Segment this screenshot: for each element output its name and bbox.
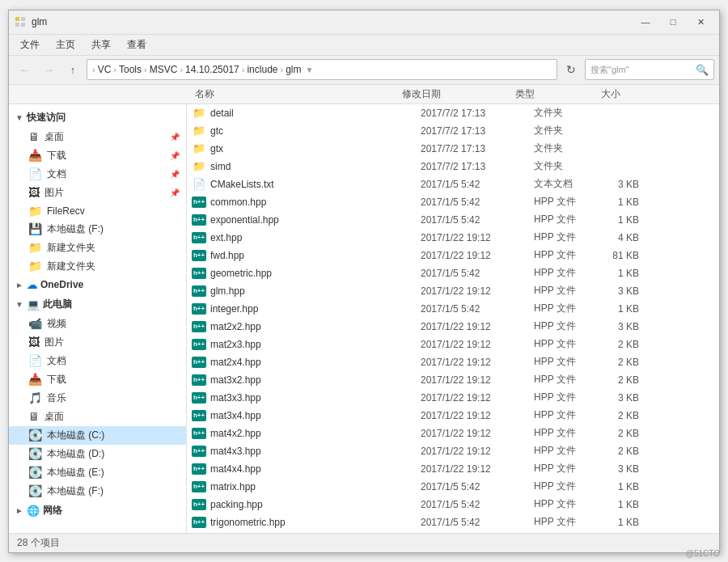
sidebar-pc-item-1[interactable]: 🖼 图片 xyxy=(9,333,186,352)
this-pc-expand-icon: ▼ xyxy=(15,300,23,309)
file-name: mat2x4.hpp xyxy=(210,357,421,368)
file-name: glm.hpp xyxy=(210,285,421,297)
sidebar-quick-item-5[interactable]: 💾 本地磁盘 (F:) xyxy=(9,220,186,239)
table-row[interactable]: h++ matrix.hpp 2017/1/5 5:42 HPP 文件 1 KB xyxy=(187,478,719,496)
table-row[interactable]: h++ integer.hpp 2017/1/5 5:42 HPP 文件 1 K… xyxy=(187,300,719,318)
address-part-msvc[interactable]: MSVC xyxy=(150,64,178,75)
table-row[interactable]: h++ glm.hpp 2017/1/22 19:12 HPP 文件 3 KB xyxy=(187,282,719,300)
file-date: 2017/1/22 19:12 xyxy=(421,410,534,421)
file-date: 2017/1/5 5:42 xyxy=(421,179,534,190)
table-row[interactable]: h++ mat3x4.hpp 2017/1/22 19:12 HPP 文件 2 … xyxy=(187,407,719,425)
sidebar-pc-item-8[interactable]: 💽 本地磁盘 (E:) xyxy=(9,463,186,482)
sidebar-pc-item-4[interactable]: 🎵 音乐 xyxy=(9,389,186,408)
table-row[interactable]: h++ geometric.hpp 2017/1/5 5:42 HPP 文件 1… xyxy=(187,264,719,282)
search-bar[interactable]: 搜索"glm" 🔍 xyxy=(585,59,714,80)
sidebar-quick-item-4[interactable]: 📁 FileRecv xyxy=(9,202,186,220)
menu-home[interactable]: 主页 xyxy=(48,36,83,54)
menu-view[interactable]: 查看 xyxy=(119,36,154,54)
file-date: 2017/7/2 17:13 xyxy=(421,143,534,154)
address-part-version[interactable]: 14.10.25017 xyxy=(185,64,239,75)
search-icon[interactable]: 🔍 xyxy=(696,64,709,76)
table-row[interactable]: h++ ext.hpp 2017/1/22 19:12 HPP 文件 4 KB xyxy=(187,229,719,247)
refresh-button[interactable]: ↻ xyxy=(561,59,582,80)
sidebar-pc-item-7[interactable]: 💽 本地磁盘 (D:) xyxy=(9,445,186,463)
file-name: common.hpp xyxy=(210,196,421,208)
svg-rect-2 xyxy=(15,23,19,27)
table-row[interactable]: h++ packing.hpp 2017/1/5 5:42 HPP 文件 1 K… xyxy=(187,496,719,513)
file-date: 2017/7/2 17:13 xyxy=(421,161,534,172)
network-label: 网络 xyxy=(43,504,62,518)
table-row[interactable]: h++ mat2x2.hpp 2017/1/22 19:12 HPP 文件 3 … xyxy=(187,318,719,336)
sidebar-quick-item-3[interactable]: 🖼 图片 📌 xyxy=(9,184,186,202)
sidebar-pc-item-2[interactable]: 📄 文档 xyxy=(9,352,186,370)
file-type: HPP 文件 xyxy=(534,373,599,387)
table-row[interactable]: 📄 CMakeLists.txt 2017/1/5 5:42 文本文档 3 KB xyxy=(187,175,719,193)
address-expand-icon[interactable]: ▼ xyxy=(306,65,314,74)
file-type: HPP 文件 xyxy=(534,337,599,351)
minimize-button[interactable]: — xyxy=(632,10,659,34)
table-row[interactable]: h++ mat4x3.hpp 2017/1/22 19:12 HPP 文件 2 … xyxy=(187,442,719,460)
menu-file[interactable]: 文件 xyxy=(12,36,48,54)
table-row[interactable]: h++ trigonometric.hpp 2017/1/5 5:42 HPP … xyxy=(187,513,719,531)
file-size: 2 KB xyxy=(599,339,647,350)
file-date: 2017/1/22 19:12 xyxy=(421,446,534,457)
sidebar-quick-item-0[interactable]: 🖥 桌面 📌 xyxy=(9,128,186,146)
table-row[interactable]: h++ exponential.hpp 2017/1/5 5:42 HPP 文件… xyxy=(187,211,719,229)
sidebar-item-label: 桌面 xyxy=(44,410,64,424)
address-part-glm[interactable]: glm xyxy=(286,64,301,75)
sidebar-pc-item-3[interactable]: 📥 下载 xyxy=(9,370,186,389)
up-button[interactable]: ↑ xyxy=(62,59,83,80)
sidebar-quick-item-6[interactable]: 📁 新建文件夹 xyxy=(9,239,186,257)
file-size: 2 KB xyxy=(599,357,647,368)
maximize-button[interactable]: □ xyxy=(659,10,687,34)
col-header-date[interactable]: 修改日期 xyxy=(402,87,515,101)
quick-access-label: 快速访问 xyxy=(27,111,66,125)
sidebar-pc-item-6[interactable]: 💽 本地磁盘 (C:) xyxy=(9,426,186,445)
sidebar-quick-item-1[interactable]: 📥 下载 📌 xyxy=(9,146,186,165)
table-row[interactable]: 📁 gtx 2017/7/2 17:13 文件夹 xyxy=(187,140,719,158)
file-name: mat3x2.hpp xyxy=(210,374,421,386)
forward-button[interactable]: → xyxy=(38,59,59,80)
file-size: 81 KB xyxy=(599,250,647,261)
address-part-vc[interactable]: VC xyxy=(98,64,112,75)
col-header-size[interactable]: 大小 xyxy=(580,87,629,101)
file-size: 2 KB xyxy=(599,410,647,421)
address-part-include[interactable]: include xyxy=(247,64,277,75)
hpp-file-icon: h++ xyxy=(192,319,206,334)
table-row[interactable]: 📁 simd 2017/7/2 17:13 文件夹 xyxy=(187,158,719,175)
hpp-file-icon: h++ xyxy=(192,462,206,476)
sidebar-pc-item-0[interactable]: 📹 视频 xyxy=(9,315,186,333)
sidebar-item-icon: 🖼 xyxy=(28,186,40,199)
sidebar-pc-item-9[interactable]: 💽 本地磁盘 (F:) xyxy=(9,482,186,501)
address-separator-0: › xyxy=(92,65,95,74)
sidebar-this-pc-header[interactable]: ▼ 💻 此电脑 xyxy=(9,294,186,315)
table-row[interactable]: h++ common.hpp 2017/1/5 5:42 HPP 文件 1 KB xyxy=(187,193,719,211)
address-part-tools[interactable]: Tools xyxy=(119,64,142,75)
sidebar-onedrive-header[interactable]: ► ☁ OneDrive xyxy=(9,276,186,294)
sidebar-item-icon: 🖥 xyxy=(28,130,40,143)
table-row[interactable]: h++ mat2x4.hpp 2017/1/22 19:12 HPP 文件 2 … xyxy=(187,353,719,371)
table-row[interactable]: 📁 gtc 2017/7/2 17:13 文件夹 xyxy=(187,122,719,140)
table-row[interactable]: 📁 detail 2017/7/2 17:13 文件夹 xyxy=(187,104,719,122)
folder-icon: 📁 xyxy=(192,142,206,156)
sidebar-pc-item-5[interactable]: 🖥 桌面 xyxy=(9,408,186,426)
sidebar-quick-item-2[interactable]: 📄 文档 📌 xyxy=(9,165,186,184)
table-row[interactable]: h++ mat3x3.hpp 2017/1/22 19:12 HPP 文件 3 … xyxy=(187,389,719,407)
table-row[interactable]: h++ fwd.hpp 2017/1/22 19:12 HPP 文件 81 KB xyxy=(187,247,719,264)
address-bar[interactable]: › VC › Tools › MSVC › 14.10.25017 › incl… xyxy=(87,59,557,80)
table-row[interactable]: h++ mat3x2.hpp 2017/1/22 19:12 HPP 文件 2 … xyxy=(187,371,719,389)
hpp-file-icon: h++ xyxy=(192,391,206,405)
hpp-file-icon: h++ xyxy=(192,373,206,387)
table-row[interactable]: h++ mat4x2.hpp 2017/1/22 19:12 HPP 文件 2 … xyxy=(187,425,719,442)
close-button[interactable]: ✕ xyxy=(687,10,714,34)
col-header-name[interactable]: 名称 xyxy=(192,87,402,101)
col-header-type[interactable]: 类型 xyxy=(515,87,580,101)
table-row[interactable]: h++ mat4x4.hpp 2017/1/22 19:12 HPP 文件 3 … xyxy=(187,460,719,478)
sidebar-quick-access-header[interactable]: ▼ 快速访问 xyxy=(9,108,186,128)
menu-share[interactable]: 共享 xyxy=(83,36,119,54)
table-row[interactable]: h++ mat2x3.hpp 2017/1/22 19:12 HPP 文件 2 … xyxy=(187,336,719,353)
sidebar-quick-item-7[interactable]: 📁 新建文件夹 xyxy=(9,257,186,276)
sidebar-network-header[interactable]: ► 🌐 网络 xyxy=(9,501,186,521)
file-list: 📁 detail 2017/7/2 17:13 文件夹 📁 gtc 2017/7… xyxy=(187,104,719,533)
back-button[interactable]: ← xyxy=(14,59,35,80)
